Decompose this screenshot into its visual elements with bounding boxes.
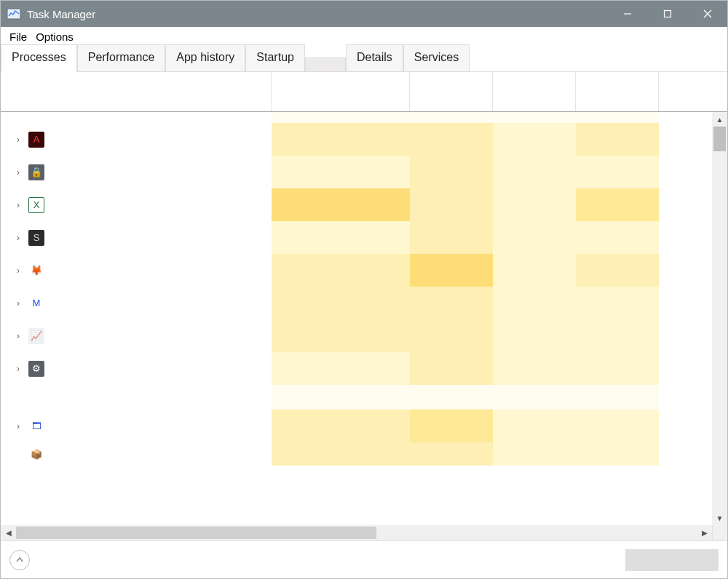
expand-chevron-icon (14, 393, 23, 402)
vertical-scrollbar[interactable]: ▲ ▼ (712, 112, 727, 525)
process-list: ›A›🔒›X›S›🦊›M›📈›⚙›🗔📦 ▲ ▼ (1, 112, 727, 525)
expand-chevron-icon[interactable]: › (14, 364, 23, 373)
tab-startup[interactable]: Startup (245, 44, 305, 72)
vertical-scroll-thumb[interactable] (713, 127, 726, 151)
heat-cell (410, 442, 493, 466)
process-row[interactable]: ›A (1, 123, 712, 156)
svg-rect-2 (664, 11, 670, 17)
heat-cell (410, 156, 493, 188)
heat-cell (493, 188, 576, 221)
column-header-5[interactable] (659, 72, 703, 111)
heat-cell (410, 410, 493, 442)
heat-cell (576, 188, 659, 221)
heat-cell (576, 254, 659, 287)
expand-chevron-icon[interactable]: › (14, 422, 23, 431)
process-row[interactable]: ›⚙ (1, 352, 712, 385)
scroll-up-arrow-icon[interactable]: ▲ (712, 112, 727, 127)
heat-cell (493, 410, 576, 442)
process-row[interactable]: ›X (1, 188, 712, 221)
heat-cell (659, 287, 703, 319)
tab-details[interactable]: Details (346, 44, 403, 72)
heat-cell (493, 352, 576, 385)
column-header-2[interactable] (410, 72, 493, 111)
process-name-cell: ›X (1, 188, 272, 221)
heat-cell (576, 410, 659, 442)
process-row[interactable]: ›🦊 (1, 254, 712, 287)
close-button[interactable] (687, 1, 727, 27)
heat-cell (493, 254, 576, 287)
end-task-button[interactable] (625, 549, 719, 571)
heat-cell (659, 385, 703, 410)
heat-cell (410, 319, 493, 352)
tab-performance[interactable]: Performance (77, 44, 166, 72)
menu-file[interactable]: File (7, 29, 30, 44)
process-name-cell: ›M (1, 287, 272, 319)
tab-services[interactable]: Services (403, 44, 470, 72)
heat-cell (576, 352, 659, 385)
malwarebytes-icon: M (28, 295, 44, 311)
heat-cell (272, 156, 410, 188)
heat-cell (493, 319, 576, 352)
expand-chevron-icon[interactable]: › (14, 168, 23, 177)
process-row[interactable]: ›S (1, 221, 712, 254)
process-row[interactable]: ›M (1, 287, 712, 319)
heat-cell (576, 385, 659, 410)
process-name-cell: ›S (1, 221, 272, 254)
column-header-1[interactable] (272, 72, 410, 111)
menu-options[interactable]: Options (33, 29, 76, 44)
process-row[interactable]: ›📈 (1, 319, 712, 352)
process-name-cell: ›🔒 (1, 156, 272, 188)
process-row[interactable]: ›🔒 (1, 156, 712, 188)
fewer-details-button[interactable] (9, 550, 30, 570)
expand-chevron-icon[interactable]: › (14, 266, 23, 275)
heat-cell (659, 188, 703, 221)
process-row[interactable] (1, 385, 712, 410)
minimize-button[interactable] (607, 1, 647, 27)
heat-cell (659, 156, 703, 188)
expand-chevron-icon[interactable]: › (14, 332, 23, 340)
column-header-4[interactable] (576, 72, 659, 111)
expand-chevron-icon[interactable]: › (14, 233, 23, 242)
column-header-name[interactable] (1, 72, 272, 111)
scroll-down-arrow-icon[interactable]: ▼ (712, 511, 727, 525)
heat-cell (272, 319, 410, 352)
expand-chevron-icon (14, 450, 23, 458)
horizontal-scroll-track[interactable] (16, 525, 697, 540)
heat-cell (659, 319, 703, 352)
expand-chevron-icon[interactable]: › (14, 201, 23, 209)
heat-cell (272, 442, 410, 466)
process-row[interactable]: ›🗔 (1, 410, 712, 442)
task-manager-icon: 📈 (28, 328, 44, 344)
heat-cell (659, 410, 703, 442)
heat-cell (659, 442, 703, 466)
heat-cell (272, 188, 410, 221)
expand-chevron-icon[interactable]: › (14, 135, 23, 144)
tab-processes[interactable]: Processes (1, 44, 77, 72)
heat-cell (410, 385, 493, 410)
window-title: Task Manager (27, 8, 95, 20)
heat-cell (659, 254, 703, 287)
heat-cell (493, 221, 576, 254)
titlebar[interactable]: Task Manager (1, 1, 727, 27)
pad-row (1, 112, 712, 123)
wampserver-icon: 📦 (28, 446, 44, 462)
column-header-3[interactable] (493, 72, 576, 111)
maximize-button[interactable] (647, 1, 687, 27)
process-name-cell: 📦 (1, 442, 272, 466)
horizontal-scrollbar[interactable]: ◀ ▶ (1, 525, 727, 540)
expand-chevron-icon[interactable]: › (14, 299, 23, 308)
horizontal-scroll-thumb[interactable] (16, 527, 376, 539)
process-name-cell (1, 385, 272, 410)
tab-blank[interactable] (305, 57, 346, 72)
heat-cell (576, 319, 659, 352)
vertical-scroll-track[interactable] (712, 127, 727, 511)
tab-app-history[interactable]: App history (165, 44, 245, 72)
scroll-left-arrow-icon[interactable]: ◀ (1, 525, 16, 540)
heat-cell (272, 221, 410, 254)
heat-cell (493, 123, 576, 156)
heat-cell (493, 385, 576, 410)
column-header-row (1, 72, 727, 112)
scroll-right-arrow-icon[interactable]: ▶ (697, 525, 712, 540)
process-row[interactable]: 📦 (1, 442, 712, 466)
heat-cell (659, 221, 703, 254)
